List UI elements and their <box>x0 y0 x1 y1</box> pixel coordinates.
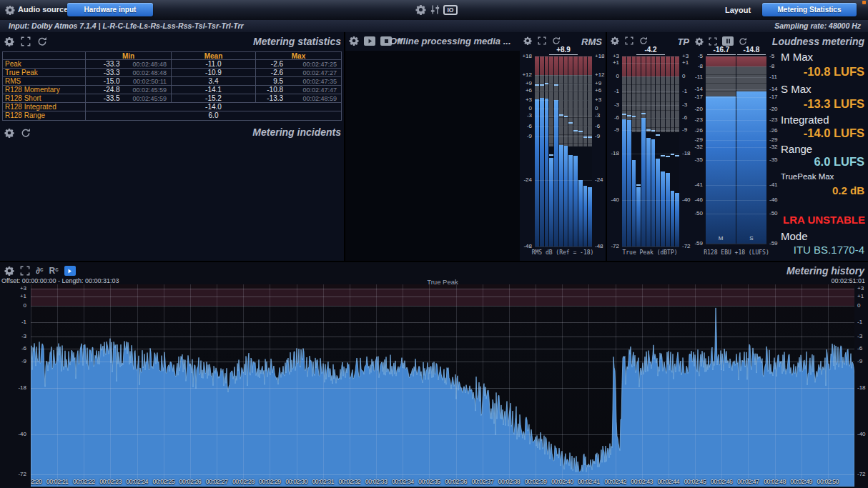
truepeak-max-label: TruePeak Max <box>781 172 834 181</box>
history-gridline <box>31 362 854 362</box>
rms-gear-icon[interactable] <box>523 36 532 45</box>
stats-max-value: 9.5 <box>256 77 283 85</box>
loudness-expand-icon[interactable] <box>709 37 717 46</box>
table-row: R128 Range6.0 <box>3 111 341 120</box>
meter-channel-column <box>636 56 641 247</box>
rms-expand-icon[interactable] <box>538 36 546 45</box>
tp-max-value: -4.2 <box>636 46 665 55</box>
stats-min-cell: -33.500:02:45:59 <box>86 94 172 103</box>
scale-tick-label: +3 <box>520 97 534 103</box>
short-max-readout: -14.8 <box>737 46 766 55</box>
history-gridline <box>536 284 536 487</box>
tp-footer-label: True Peak (dBTP) <box>607 249 693 256</box>
history-expand-icon[interactable] <box>20 266 30 276</box>
meter-bar <box>545 99 549 247</box>
tp-gear-icon[interactable] <box>611 36 619 45</box>
stats-min-cell: -24.800:02:45:59 <box>86 86 172 94</box>
loudness-pause-icon[interactable] <box>722 36 734 46</box>
history-play-icon[interactable] <box>64 266 76 276</box>
scale-tick-label: -41 <box>693 182 705 188</box>
meter-red-zone <box>736 56 766 66</box>
stats-max-value: -2.6 <box>256 60 283 68</box>
meter-gridline <box>622 105 679 106</box>
loudness-gear-icon[interactable] <box>695 37 704 46</box>
meter-gridline <box>706 56 766 57</box>
loudness-reset-icon[interactable] <box>739 37 747 46</box>
history-gridline <box>31 322 854 323</box>
stats-row-label: R128 Range <box>3 111 86 120</box>
history-rc-icon[interactable]: Rᶜ <box>49 266 59 276</box>
scale-tick-label: +3 <box>856 286 868 292</box>
mixer-sliders-icon[interactable] <box>430 4 440 15</box>
stats-expand-icon[interactable] <box>21 36 31 46</box>
table-row: R128 Momentary-24.800:02:45:59-14.1-10.8… <box>3 86 341 94</box>
app-window: Audio source Hardware input IO Layout Me… <box>0 0 868 488</box>
stats-gear-icon[interactable] <box>4 36 14 46</box>
scale-tick-label: -3 <box>681 102 693 108</box>
scale-tick-label: +1 <box>681 60 693 66</box>
stats-row-label: Peak <box>3 60 86 69</box>
meter-channel-column <box>583 56 588 247</box>
history-graph[interactable]: 00:02:2000:02:2100:02:2200:02:2300:02:24… <box>31 284 854 487</box>
incidents-panel-title: Metering incidents <box>252 126 341 138</box>
metering-statistics-button[interactable]: Metering Statistics <box>762 3 857 16</box>
scale-tick-label: -72 <box>607 244 621 249</box>
io-routing-icon[interactable]: IO <box>443 5 458 15</box>
rms-meter-panel: RMS +8.9 +18+12+9+6+30-3-6-9-24-48 +18+1… <box>520 32 606 261</box>
meter-gridline <box>706 109 766 110</box>
stats-max-value: -10.8 <box>256 86 283 94</box>
meter-gridline <box>535 91 592 91</box>
scale-tick-label: -8 <box>693 64 705 69</box>
meter-gridline <box>622 56 679 57</box>
rms-reset-icon[interactable] <box>552 36 561 45</box>
scale-tick-label: 0 <box>681 74 693 79</box>
tp-expand-icon[interactable] <box>625 36 633 45</box>
meter-channel-column <box>656 56 660 247</box>
history-dc-icon[interactable]: ∂ᶜ <box>36 266 44 276</box>
meter-gridline <box>706 120 766 121</box>
stats-row-label: R128 Integrated <box>3 103 86 111</box>
scale-tick-label: -40 <box>0 432 29 437</box>
history-gridline <box>31 297 854 297</box>
true-peak-waveform <box>31 284 854 487</box>
meter-bar <box>641 118 646 247</box>
meter-gray-zone <box>622 76 626 119</box>
hardware-input-button[interactable]: Hardware input <box>67 3 153 16</box>
mode-label: Mode <box>781 230 808 242</box>
peak-hold-indicator <box>627 115 631 116</box>
meter-channel-column <box>675 56 679 247</box>
tp-reset-icon[interactable] <box>639 36 648 45</box>
offline-play-icon[interactable] <box>364 36 375 46</box>
scale-tick-label: -23 <box>768 117 779 123</box>
meter-gray-zone <box>554 75 558 100</box>
scale-tick-label: -6 <box>681 115 693 121</box>
meter-gridline <box>535 136 592 137</box>
scale-tick-label: -32 <box>693 144 705 150</box>
meter-channel-column <box>554 56 558 247</box>
stats-reset-icon[interactable] <box>37 36 47 46</box>
scale-tick-label: -29 <box>693 137 705 143</box>
range-label: Range <box>781 143 812 155</box>
incidents-gear-icon[interactable] <box>4 128 14 138</box>
peak-hold-indicator <box>554 84 558 86</box>
stats-min-value: -33.3 <box>86 60 120 68</box>
meter-gridline <box>622 154 679 154</box>
incidents-reset-icon[interactable] <box>21 128 31 138</box>
meter-channel-column <box>549 56 553 247</box>
meter-gray-zone <box>706 66 736 96</box>
loudness-scale-left: -5-8-11-14-17-20-23-26-29-32-35-41-46-50… <box>693 56 705 244</box>
history-gridline <box>695 284 696 487</box>
scale-tick-label: -72 <box>856 472 868 477</box>
s-max-value: -13.3 LUFS <box>804 97 864 111</box>
stats-span-value: -14.0 <box>86 103 341 111</box>
offline-gear-icon[interactable] <box>349 36 359 46</box>
meter-gridline <box>706 89 766 90</box>
layout-label[interactable]: Layout <box>725 6 751 14</box>
meter-gridline <box>706 77 766 78</box>
history-gridline <box>721 284 722 487</box>
audio-source-gear-icon[interactable] <box>5 5 15 15</box>
table-row: True Peak-33.300:02:48:48-10.9-2.600:02:… <box>3 69 341 77</box>
settings-gear-icon[interactable] <box>415 4 426 15</box>
meter-bar <box>578 180 583 247</box>
history-gear-icon[interactable] <box>4 266 14 276</box>
